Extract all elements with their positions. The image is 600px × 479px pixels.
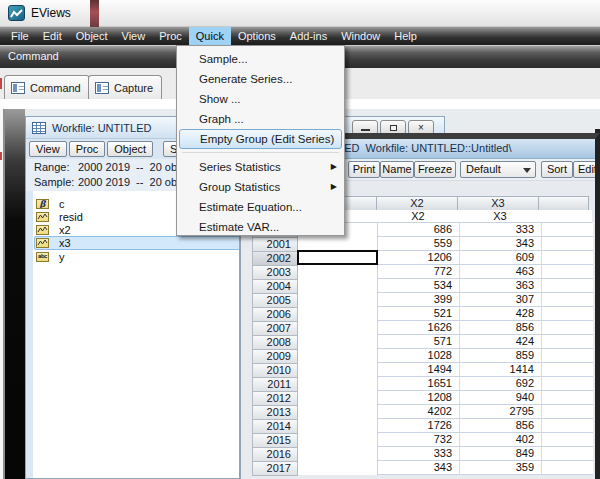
cell-x3[interactable]: 856 (460, 419, 542, 433)
cell-x2[interactable]: 559 (378, 237, 460, 251)
menubar-item-help[interactable]: Help (387, 27, 424, 45)
cell-x3[interactable]: 692 (460, 377, 542, 391)
cell-x3[interactable]: 343 (460, 237, 542, 251)
column-header-x2[interactable]: X2 (376, 196, 458, 211)
cell-x2[interactable]: 1208 (378, 391, 460, 405)
menubar-item-options[interactable]: Options (231, 27, 283, 45)
cell-x2[interactable]: 1651 (378, 377, 460, 391)
cell-blank[interactable] (542, 419, 593, 433)
row-header-2010[interactable]: 2010 (252, 363, 298, 378)
edit-cell[interactable] (298, 265, 378, 279)
quick-menu-item-estimate-var[interactable]: Estimate VAR... (177, 217, 344, 237)
row-header-2005[interactable]: 2005 (252, 293, 298, 308)
menubar-item-file[interactable]: File (4, 27, 36, 45)
row-header-2003[interactable]: 2003 (252, 265, 298, 280)
cell-x2[interactable]: 1726 (378, 419, 460, 433)
tab-capture[interactable]: Capture (88, 75, 162, 99)
row-header-2009[interactable]: 2009 (252, 349, 298, 364)
row-header-2012[interactable]: 2012 (252, 391, 298, 406)
cell-x3[interactable]: 2795 (460, 405, 542, 419)
edit-cell[interactable] (298, 349, 378, 363)
quick-menu-item-generate-series[interactable]: Generate Series... (177, 69, 344, 89)
edit-cell[interactable] (298, 237, 378, 251)
edit-cell[interactable] (298, 307, 378, 321)
menubar-item-object[interactable]: Object (69, 27, 115, 45)
cell-blank[interactable] (542, 335, 593, 349)
row-header-2014[interactable]: 2014 (252, 419, 298, 434)
cell-blank[interactable] (542, 433, 593, 447)
cell-blank[interactable] (542, 237, 593, 251)
name-button[interactable]: Name (380, 161, 414, 178)
cell-blank[interactable] (542, 405, 593, 419)
print-button[interactable]: Print (348, 161, 380, 178)
edit-cell[interactable] (298, 335, 378, 349)
cell-x2[interactable]: 772 (378, 265, 460, 279)
row-header-2001[interactable]: 2001 (252, 237, 298, 252)
quick-menu-item-estimate-equation[interactable]: Estimate Equation... (177, 197, 344, 217)
cell-x2[interactable]: 399 (378, 293, 460, 307)
cell-x2[interactable]: 534 (378, 279, 460, 293)
cell-x2[interactable]: 521 (378, 307, 460, 321)
cell-x2[interactable]: 686 (378, 223, 460, 237)
menubar-item-view[interactable]: View (115, 27, 153, 45)
cell-blank[interactable] (542, 307, 593, 321)
cell-x2[interactable]: 1206 (378, 251, 460, 265)
cell-x2[interactable]: 1494 (378, 363, 460, 377)
cell-x3[interactable]: 424 (460, 335, 542, 349)
cell-x3[interactable]: 363 (460, 279, 542, 293)
cell-blank[interactable] (542, 223, 593, 237)
edit-cell[interactable] (298, 461, 378, 475)
row-header-2013[interactable]: 2013 (252, 405, 298, 420)
quick-menu-item-sample[interactable]: Sample... (177, 49, 344, 69)
cell-x3[interactable]: 307 (460, 293, 542, 307)
row-header-2004[interactable]: 2004 (252, 279, 298, 294)
proc-button[interactable]: Proc (69, 141, 106, 157)
cell-blank[interactable] (542, 349, 593, 363)
cell-blank[interactable] (542, 391, 593, 405)
row-header-2017[interactable]: 2017 (252, 461, 298, 476)
cell-x2[interactable]: 343 (378, 461, 460, 475)
view-button[interactable]: View (29, 141, 67, 157)
edit-cell[interactable] (298, 279, 378, 293)
tab-command[interactable]: Command (4, 75, 90, 99)
cell-blank[interactable] (542, 377, 593, 391)
cell-blank[interactable] (542, 293, 593, 307)
quick-menu-item-group-statistics[interactable]: Group Statistics▶ (177, 177, 344, 197)
cell-x3[interactable]: 1414 (460, 363, 542, 377)
cell-x3[interactable]: 940 (460, 391, 542, 405)
cell-blank[interactable] (542, 363, 593, 377)
cell-x3[interactable]: 856 (460, 321, 542, 335)
selected-cell[interactable] (297, 250, 378, 265)
menubar-item-quick[interactable]: Quick (189, 27, 231, 45)
cell-x2[interactable]: 333 (378, 447, 460, 461)
edit-cell[interactable] (298, 391, 378, 405)
cell-blank[interactable] (542, 279, 593, 293)
menubar-item-addins[interactable]: Add-ins (283, 27, 334, 45)
cell-x3[interactable]: 859 (460, 349, 542, 363)
edit-cell[interactable] (298, 433, 378, 447)
display-format-dropdown[interactable]: Default (460, 161, 536, 178)
quick-menu-item-graph[interactable]: Graph ... (177, 109, 344, 129)
row-header-2007[interactable]: 2007 (252, 321, 298, 336)
row-header-2011[interactable]: 2011 (252, 377, 298, 392)
cell-blank[interactable] (542, 265, 593, 279)
quick-menu-item-show[interactable]: Show ... (177, 89, 344, 109)
cell-blank[interactable] (542, 447, 593, 461)
row-header-2006[interactable]: 2006 (252, 307, 298, 322)
edit-cell[interactable] (298, 321, 378, 335)
cell-x2[interactable]: 571 (378, 335, 460, 349)
edit-cell[interactable] (298, 405, 378, 419)
menubar-item-edit[interactable]: Edit (36, 27, 69, 45)
edit-cell[interactable] (298, 293, 378, 307)
edit-cell[interactable] (298, 363, 378, 377)
edit-cell[interactable] (298, 419, 378, 433)
quick-menu-item-empty-group-edit-series[interactable]: Empty Group (Edit Series) (179, 129, 342, 149)
row-header-2015[interactable]: 2015 (252, 433, 298, 448)
row-header-2016[interactable]: 2016 (252, 447, 298, 462)
cell-x2[interactable]: 1028 (378, 349, 460, 363)
cell-x3[interactable]: 609 (460, 251, 542, 265)
object-button[interactable]: Object (107, 141, 153, 157)
menubar-item-window[interactable]: Window (334, 27, 387, 45)
cell-blank[interactable] (542, 461, 593, 475)
sort-button[interactable]: Sort (541, 161, 573, 178)
